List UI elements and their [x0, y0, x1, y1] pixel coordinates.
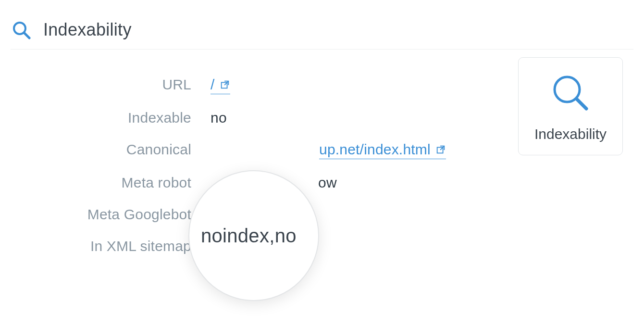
- row-label-indexable: Indexable: [11, 110, 211, 126]
- section-title: Indexability: [43, 20, 132, 40]
- row-label-meta-googlebot: Meta Googlebot: [11, 206, 211, 223]
- row-label-canonical: Canonical: [11, 141, 211, 158]
- indexability-card[interactable]: Indexability: [518, 57, 623, 155]
- row-label-url: URL: [11, 76, 211, 93]
- magnifier-icon: [549, 71, 592, 114]
- canonical-link[interactable]: up.net/index.html: [319, 141, 446, 159]
- magnifier-icon: [11, 19, 32, 40]
- url-value: /: [211, 76, 215, 93]
- svg-line-5: [440, 146, 444, 150]
- zoom-lens: noindex,no: [188, 170, 319, 301]
- svg-line-1: [25, 33, 30, 38]
- row-meta-robots: Meta robot ow: [11, 167, 633, 199]
- canonical-value: up.net/index.html: [319, 141, 431, 158]
- external-link-icon: [220, 79, 230, 90]
- zoom-text: noindex,no: [201, 225, 297, 247]
- external-link-icon: [435, 144, 446, 155]
- svg-line-7: [577, 99, 586, 109]
- section-header: Indexability: [11, 19, 633, 50]
- row-label-in-sitemap: In XML sitemap: [11, 238, 211, 254]
- card-label: Indexability: [534, 126, 607, 142]
- indexable-value: no: [211, 110, 227, 126]
- svg-line-3: [224, 81, 228, 85]
- row-label-meta-robots: Meta robot: [11, 175, 211, 191]
- row-in-sitemap: In XML sitemap no: [11, 230, 633, 262]
- url-link[interactable]: /: [211, 76, 230, 94]
- row-meta-googlebot: Meta Googlebot: [11, 199, 633, 230]
